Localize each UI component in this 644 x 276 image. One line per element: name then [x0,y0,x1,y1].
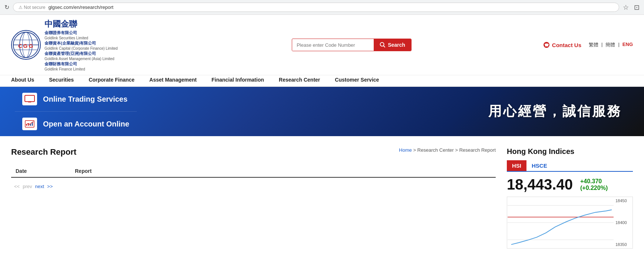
main-content: Research Report Home > Research Center >… [0,136,644,260]
svg-rect-17 [25,121,34,127]
header-right: ☎ Contact Us 繁體 | 簡體 | ENG [522,42,633,48]
company4-cn: 金聯財務有限公司 [44,61,118,67]
search-input[interactable] [292,39,374,51]
svg-text:G: G [23,43,27,49]
nav-research-center[interactable]: Research Center [279,77,320,83]
logo-globe: C G G [11,30,41,60]
svg-text:G: G [29,43,33,49]
contact-us-link[interactable]: ☎ Contact Us [543,42,581,48]
pagination: << prev next >> [11,182,496,191]
nav-securities[interactable]: Securities [49,77,74,83]
banner-left: Online Trading Services Open an Account … [0,87,152,136]
index-change: +40.370 (+0.220%) [580,178,608,191]
company3-cn: 金聯資產管理(亞洲)有限公司 [44,51,118,56]
chart-label-mid: 18400 [615,220,631,225]
banner-account-link[interactable]: Open an Account Online [15,112,137,136]
index-chart: 18450 18400 18350 [507,197,633,249]
url-text: glgsec.com/en/research/report [48,4,113,10]
company4-en: Goldlink Finance Limited [44,67,118,71]
phone-icon: ☎ [543,42,550,48]
banner: Online Trading Services Open an Account … [0,87,644,136]
change-pct: (+0.220%) [580,185,608,191]
company2-en: Goldlink Capital (Corporate Finance) Lim… [44,46,118,50]
col-report: Report [70,165,496,177]
company1-en: Goldlink Securities Limited [44,36,118,40]
banner-account-label: Open an Account Online [43,120,129,128]
nav-financial-information[interactable]: Financial Information [211,77,264,83]
monitor-icon [24,95,35,103]
right-panel: Hong Kong Indices HSI HSCE 18,443.40 +40… [507,147,633,249]
chart-icon [24,120,35,128]
chart-label-top: 18450 [615,198,631,203]
account-icon [22,118,37,130]
index-value: 18,443.40 [507,176,573,193]
trading-icon [22,93,37,105]
site-header: C G G 中國金聯 金聯證券有限公司 Goldlink Securities … [0,15,644,75]
nav-corporate-finance[interactable]: Corporate Finance [89,77,135,83]
col-date: Date [11,165,70,177]
nav-items: About Us Securities Corporate Finance As… [11,75,633,83]
report-title: Research Report [11,147,76,157]
chart-y-labels: 18450 18400 18350 [614,197,633,248]
svg-line-10 [384,46,385,47]
svg-text:C: C [18,43,22,49]
nav-asset-management[interactable]: Asset Management [149,77,197,83]
lang-trad[interactable]: 繁體 [589,42,598,48]
svg-point-9 [380,43,384,46]
tab-hsce[interactable]: HSCE [526,160,552,171]
pagination-prev[interactable]: prev [23,184,32,189]
tab-hsi[interactable]: HSI [507,160,526,171]
banner-trading-label: Online Trading Services [43,95,128,104]
breadcrumb-sep2: > [455,147,459,153]
banner-slogan: 用心經營，誠信服務 [488,102,622,121]
header-middle: Search [182,39,522,51]
breadcrumb: Home > Research Center > Research Report [399,147,496,153]
svg-rect-14 [27,96,32,100]
breadcrumb-sep1: > [413,147,417,153]
logo-section: C G G 中國金聯 金聯證券有限公司 Goldlink Securities … [11,19,182,71]
not-secure-label: ⚠ Not secure [19,5,45,10]
company2-cn: 金聯資本(企業融資)有限公司 [44,40,118,46]
company3-en: Goldlink Asset Management (Asia) Limited [44,57,118,61]
pagination-last[interactable]: >> [47,184,53,189]
breadcrumb-center: Research Center [417,147,454,153]
breadcrumb-home[interactable]: Home [399,147,412,153]
url-bar[interactable]: ⚠ Not secure glgsec.com/en/research/repo… [13,3,619,12]
indices-tabs: HSI HSCE [507,160,633,172]
pagination-next[interactable]: next [35,184,44,189]
breadcrumb-current: Research Report [459,147,496,153]
chart-label-bot: 18350 [615,242,631,247]
banner-trading-link[interactable]: Online Trading Services [15,87,137,112]
svg-text:☎: ☎ [544,43,549,47]
report-section: Research Report Home > Research Center >… [11,147,496,249]
hk-indices-title: Hong Kong Indices [507,147,633,156]
logo-text: 中國金聯 金聯證券有限公司 Goldlink Securities Limite… [44,19,118,71]
nav-customer-service[interactable]: Customer Service [335,77,379,83]
banner-right: 用心經營，誠信服務 [152,87,644,136]
nav-about-us[interactable]: About Us [11,77,34,83]
browser-action-icons: ☆ ⊡ [623,3,640,12]
company1-cn: 金聯證券有限公司 [44,30,118,36]
report-table: Date Report [11,165,496,178]
search-button[interactable]: Search [374,39,411,51]
browser-chrome: ↻ ⚠ Not secure glgsec.com/en/research/re… [0,0,644,15]
lang-eng[interactable]: ENG [622,42,633,48]
search-icon [380,42,386,48]
navigation-bar: About Us Securities Corporate Finance As… [0,75,644,87]
lang-simp[interactable]: 簡體 [605,42,615,48]
change-value: +40.370 [580,178,608,185]
search-box: Search [292,39,412,51]
logo-chinese-name: 中國金聯 [44,19,118,30]
menu-icon[interactable]: ⊡ [634,3,640,12]
refresh-icon[interactable]: ↻ [4,4,9,11]
bookmark-icon[interactable]: ☆ [623,3,629,12]
search-label: Search [388,42,405,48]
language-switcher: 繁體 | 簡體 | ENG [589,42,633,48]
chart-svg [507,197,614,248]
pagination-first[interactable]: << [14,184,20,189]
index-value-row: 18,443.40 +40.370 (+0.220%) [507,176,633,193]
